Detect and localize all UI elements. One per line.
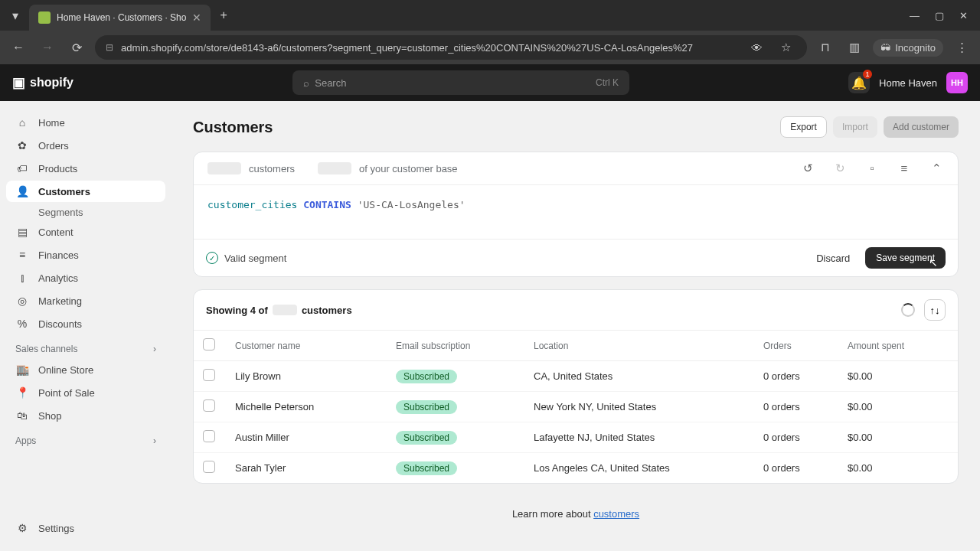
learn-more-text: Learn more about	[512, 508, 593, 520]
select-all-checkbox[interactable]	[203, 338, 215, 350]
location-cell: Lafayette NJ, United States	[524, 422, 754, 453]
browser-tab[interactable]: Home Haven · Customers · Sho ✕	[29, 5, 211, 31]
logo-text: shopify	[30, 76, 74, 90]
customer-name-cell: Austin Miller	[226, 422, 387, 453]
sidebar-item-content[interactable]: ▤Content	[6, 221, 165, 243]
tab-list-dropdown[interactable]: ▾	[6, 6, 24, 24]
close-tab-icon[interactable]: ✕	[192, 11, 201, 24]
incognito-badge[interactable]: 🕶 Incognito	[873, 39, 943, 57]
pos-icon: 📍	[15, 386, 29, 399]
export-button[interactable]: Export	[780, 116, 827, 138]
section-label: Sales channels	[15, 344, 77, 354]
sidebar-item-label: Analytics	[38, 272, 78, 284]
products-icon: 🏷	[15, 162, 29, 174]
search-shortcut: Ctrl K	[596, 77, 619, 88]
search-placeholder: Search	[315, 77, 346, 89]
col-subscription-header[interactable]: Email subscription	[387, 331, 524, 361]
browser-menu-icon[interactable]: ⋮	[951, 37, 972, 58]
template-icon[interactable]: ▫	[864, 161, 880, 175]
percent-skeleton	[318, 162, 351, 174]
customer-name-cell: Lily Brown	[226, 361, 387, 392]
sidebar-item-discounts[interactable]: %Discounts	[6, 313, 165, 334]
collapse-icon[interactable]: ⌃	[929, 161, 944, 175]
subscription-badge: Subscribed	[396, 431, 457, 445]
store-name: Home Haven	[879, 77, 937, 89]
back-button[interactable]: ←	[8, 37, 29, 58]
discard-button[interactable]: Discard	[808, 248, 858, 269]
sidebar-item-customers[interactable]: 👤Customers	[6, 181, 165, 202]
forward-button[interactable]: →	[37, 37, 58, 58]
customer-name-cell: Sarah Tyler	[226, 453, 387, 484]
table-row[interactable]: Lily BrownSubscribedCA, United States0 o…	[194, 361, 958, 392]
sidebar-item-label: Online Store	[38, 364, 93, 376]
col-name-header[interactable]: Customer name	[226, 331, 387, 361]
col-location-header[interactable]: Location	[524, 331, 754, 361]
app-header: ▣ shopify ⌕ Search Ctrl K 🔔 1 Home Haven…	[0, 64, 980, 101]
table-row[interactable]: Michelle PetersonSubscribedNew York NY, …	[194, 392, 958, 422]
col-spent-header[interactable]: Amount spent	[838, 331, 958, 361]
sidebar-item-marketing[interactable]: ◎Marketing	[6, 290, 165, 311]
location-cell: CA, United States	[524, 361, 754, 392]
close-window-button[interactable]: ✕	[959, 10, 968, 21]
incognito-label: Incognito	[895, 42, 936, 54]
sidebar-section-apps[interactable]: Apps›	[6, 428, 165, 451]
sort-button[interactable]: ↑↓	[924, 299, 946, 321]
sidebar-item-finances[interactable]: ≡Finances	[6, 244, 165, 266]
sidebar-item-pos[interactable]: 📍Point of Sale	[6, 382, 165, 403]
sidebar-item-settings[interactable]: ⚙Settings	[6, 517, 165, 539]
segment-query-input[interactable]: customer_cities CONTAINS 'US-CA-LosAngel…	[194, 185, 958, 239]
customer-base-label: of your customer base	[359, 163, 458, 174]
minimize-button[interactable]: —	[910, 10, 920, 21]
discounts-icon: %	[15, 318, 29, 330]
shopify-logo-icon: ▣	[12, 74, 25, 91]
undo-icon[interactable]: ↺	[800, 161, 815, 175]
analytics-icon: ⫿	[15, 272, 29, 284]
save-segment-button[interactable]: Save segment ↖	[865, 247, 946, 269]
new-tab-button[interactable]: +	[220, 8, 227, 22]
maximize-button[interactable]: ▢	[935, 10, 944, 21]
row-checkbox[interactable]	[203, 399, 215, 412]
sidebar-item-home[interactable]: ⌂Home	[6, 112, 165, 133]
save-segment-label: Save segment	[876, 253, 935, 263]
bookmark-icon[interactable]: ☆	[775, 37, 796, 58]
sidebar-item-label: Products	[38, 163, 77, 174]
side-panel-icon[interactable]: ▥	[844, 37, 865, 58]
row-checkbox[interactable]	[203, 430, 215, 442]
valid-label: Valid segment	[224, 253, 286, 264]
site-info-icon[interactable]: ⊟	[106, 42, 113, 53]
subscription-badge: Subscribed	[396, 461, 457, 475]
sidebar-item-analytics[interactable]: ⫿Analytics	[6, 267, 165, 289]
col-orders-header[interactable]: Orders	[754, 331, 838, 361]
sidebar-item-shop[interactable]: 🛍Shop	[6, 405, 165, 426]
address-bar[interactable]: ⊟ admin.shopify.com/store/de8143-a6/cust…	[95, 35, 807, 60]
finances-icon: ≡	[15, 249, 29, 261]
eye-off-icon[interactable]: 👁	[746, 37, 767, 58]
customers-table: Customer name Email subscription Locatio…	[194, 330, 958, 483]
table-row[interactable]: Sarah TylerSubscribedLos Angeles CA, Uni…	[194, 453, 958, 484]
spent-cell: $0.00	[838, 453, 958, 484]
sidebar-item-orders[interactable]: ✿Orders	[6, 135, 165, 156]
row-checkbox[interactable]	[203, 461, 215, 473]
sidebar-item-label: Discounts	[38, 318, 82, 330]
search-input[interactable]: ⌕ Search Ctrl K	[292, 70, 629, 95]
sidebar-section-sales[interactable]: Sales channels›	[6, 336, 165, 359]
extensions-icon[interactable]: ⊓	[815, 37, 836, 58]
sidebar-item-products[interactable]: 🏷Products	[6, 158, 165, 179]
store-avatar[interactable]: HH	[946, 72, 968, 93]
table-row[interactable]: Austin MillerSubscribedLafayette NJ, Uni…	[194, 422, 958, 453]
sidebar-sub-segments[interactable]: Segments	[6, 204, 165, 221]
reload-button[interactable]: ⟳	[66, 37, 87, 58]
sidebar-item-label: Point of Sale	[38, 387, 95, 399]
shopify-logo[interactable]: ▣ shopify	[12, 74, 74, 91]
sidebar-item-online-store[interactable]: 🏬Online Store	[6, 359, 165, 380]
query-field-token: customer_cities	[207, 199, 297, 210]
section-label: Apps	[15, 435, 36, 446]
learn-more-link[interactable]: customers	[593, 508, 639, 520]
row-checkbox[interactable]	[203, 369, 215, 381]
location-cell: New York NY, United States	[524, 392, 754, 422]
notifications-button[interactable]: 🔔 1	[848, 72, 870, 93]
redo-icon[interactable]: ↻	[832, 161, 848, 175]
window-controls: — ▢ ✕	[910, 10, 974, 21]
filter-icon[interactable]: ≡	[897, 161, 912, 175]
showing-suffix: customers	[302, 305, 352, 316]
